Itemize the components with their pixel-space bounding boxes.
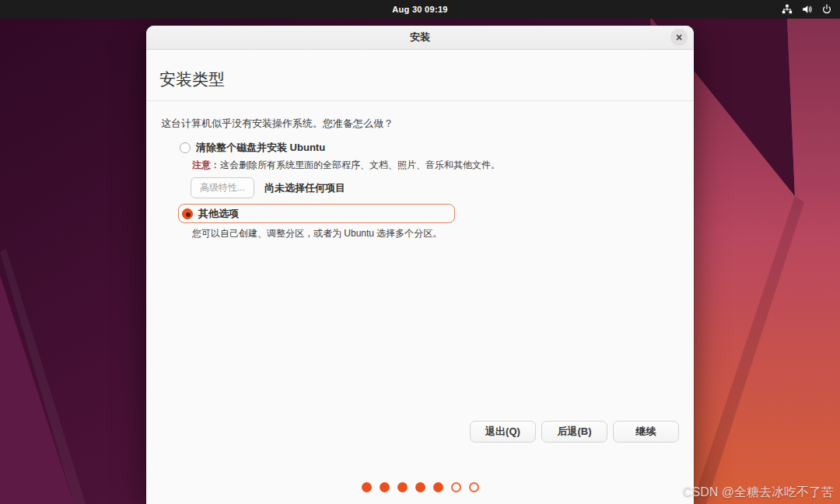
- watermark-text: CSDN @全糖去冰吃不了苦: [683, 485, 834, 501]
- something-else-radio-row[interactable]: 其他选项: [182, 207, 239, 221]
- advanced-features-button[interactable]: 高级特性...: [191, 177, 254, 198]
- radio-checked-icon[interactable]: [182, 208, 193, 219]
- progress-dot: [397, 482, 408, 492]
- wired-network-icon: [782, 4, 793, 15]
- page-header: 安装类型: [146, 50, 694, 101]
- something-else-description: 您可以自己创建、调整分区，或者为 Ubuntu 选择多个分区。: [192, 227, 694, 240]
- installer-window: 安装 × 安装类型 这台计算机似乎没有安装操作系统。您准备怎么做？ 清除整个磁盘…: [146, 26, 694, 504]
- note-text: 这会删除所有系统里面的全部程序、文档、照片、音乐和其他文件。: [220, 159, 500, 170]
- something-else-label: 其他选项: [198, 207, 239, 221]
- progress-dot: [415, 482, 425, 492]
- window-title: 安装: [410, 30, 430, 44]
- power-icon: [821, 4, 832, 15]
- back-button[interactable]: 后退(B): [541, 421, 607, 443]
- progress-dot: [380, 482, 390, 492]
- clock[interactable]: Aug 30 09:19: [392, 5, 447, 14]
- progress-dot: [362, 482, 372, 492]
- progress-dot: [451, 482, 461, 492]
- installer-content: 这台计算机似乎没有安装操作系统。您准备怎么做？ 清除整个磁盘并安装 Ubuntu…: [146, 101, 694, 503]
- page-title: 安装类型: [146, 50, 694, 90]
- volume-icon: [801, 4, 813, 15]
- note-prefix: 注意：: [192, 159, 220, 170]
- footer-buttons: 退出(Q) 后退(B) 继续: [470, 421, 679, 443]
- install-progress-dots: [146, 482, 694, 492]
- question-text: 这台计算机似乎没有安装操作系统。您准备怎么做？: [146, 101, 694, 131]
- erase-disk-radio-row[interactable]: 清除整个磁盘并安装 Ubuntu: [180, 141, 694, 155]
- erase-disk-note: 注意：这会删除所有系统里面的全部程序、文档、照片、音乐和其他文件。: [192, 159, 694, 172]
- system-tray[interactable]: [782, 0, 832, 19]
- advanced-features-status: 尚未选择任何项目: [264, 181, 345, 195]
- progress-dot: [469, 482, 479, 492]
- close-icon[interactable]: ×: [670, 29, 688, 46]
- erase-disk-label: 清除整个磁盘并安装 Ubuntu: [196, 141, 325, 155]
- window-titlebar[interactable]: 安装 ×: [146, 26, 694, 50]
- advanced-features-row: 高级特性... 尚未选择任何项目: [191, 177, 694, 198]
- radio-unchecked-icon[interactable]: [180, 142, 191, 153]
- top-bar: Aug 30 09:19: [0, 0, 840, 19]
- progress-dot: [433, 482, 443, 492]
- quit-button[interactable]: 退出(Q): [470, 421, 536, 443]
- option-something-else[interactable]: 其他选项: [178, 204, 455, 223]
- continue-button[interactable]: 继续: [613, 421, 679, 443]
- option-erase-disk: 清除整个磁盘并安装 Ubuntu 注意：这会删除所有系统里面的全部程序、文档、照…: [180, 141, 694, 198]
